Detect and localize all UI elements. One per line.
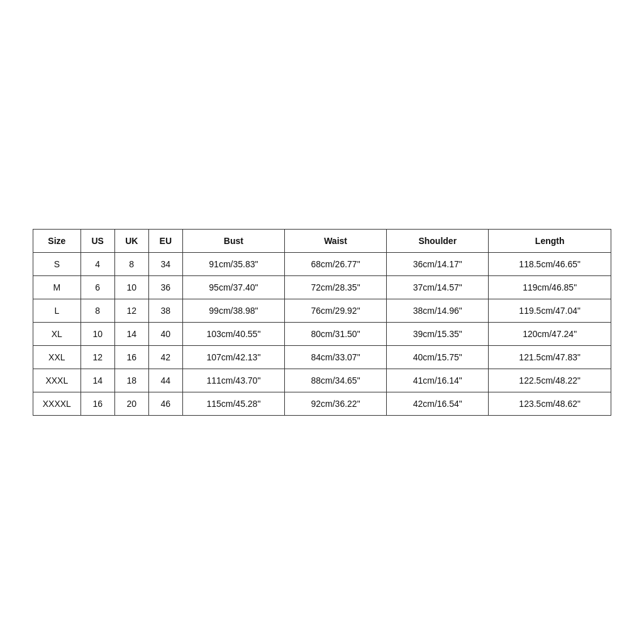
header-us: US — [80, 229, 114, 252]
table-row: L8123899cm/38.98"76cm/29.92"38cm/14.96"1… — [33, 299, 611, 322]
table-cell: 95cm/37.40" — [182, 275, 284, 299]
table-cell: 8 — [114, 252, 148, 275]
table-cell: 123.5cm/48.62" — [489, 392, 611, 415]
table-row: XXXL141844111cm/43.70"88cm/34.65"41cm/16… — [33, 369, 611, 392]
table-cell: XL — [33, 322, 81, 345]
table-cell: 76cm/29.92" — [284, 299, 386, 322]
table-cell: 40cm/15.75" — [387, 345, 489, 369]
table-row: S483491cm/35.83"68cm/26.77"36cm/14.17"11… — [33, 252, 611, 275]
table-cell: 38cm/14.96" — [387, 299, 489, 322]
table-cell: 37cm/14.57" — [387, 275, 489, 299]
table-cell: 72cm/28.35" — [284, 275, 386, 299]
table-cell: 46 — [148, 392, 182, 415]
table-cell: 12 — [80, 345, 114, 369]
table-cell: 111cm/43.70" — [182, 369, 284, 392]
table-cell: 122.5cm/48.22" — [489, 369, 611, 392]
table-cell: 12 — [114, 299, 148, 322]
table-cell: 8 — [80, 299, 114, 322]
table-header-row: Size US UK EU Bust Waist Shoulder Length — [33, 229, 611, 252]
table-cell: 16 — [114, 345, 148, 369]
table-cell: XXXXL — [33, 392, 81, 415]
table-cell: 34 — [148, 252, 182, 275]
table-cell: 115cm/45.28" — [182, 392, 284, 415]
table-cell: 99cm/38.98" — [182, 299, 284, 322]
table-cell: 6 — [80, 275, 114, 299]
table-cell: 120cm/47.24" — [489, 322, 611, 345]
table-cell: 10 — [80, 322, 114, 345]
table-cell: XXL — [33, 345, 81, 369]
table-cell: L — [33, 299, 81, 322]
table-cell: 91cm/35.83" — [182, 252, 284, 275]
table-row: M6103695cm/37.40"72cm/28.35"37cm/14.57"1… — [33, 275, 611, 299]
table-cell: S — [33, 252, 81, 275]
table-cell: 38 — [148, 299, 182, 322]
table-cell: 14 — [114, 322, 148, 345]
table-row: XXXXL162046115cm/45.28"92cm/36.22"42cm/1… — [33, 392, 611, 415]
header-shoulder: Shoulder — [387, 229, 489, 252]
table-cell: 103cm/40.55" — [182, 322, 284, 345]
header-size: Size — [33, 229, 81, 252]
size-chart-table: Size US UK EU Bust Waist Shoulder Length… — [33, 229, 611, 416]
table-row: XL101440103cm/40.55"80cm/31.50"39cm/15.3… — [33, 322, 611, 345]
table-row: XXL121642107cm/42.13"84cm/33.07"40cm/15.… — [33, 345, 611, 369]
header-uk: UK — [114, 229, 148, 252]
table-cell: 36 — [148, 275, 182, 299]
table-cell: 14 — [80, 369, 114, 392]
table-cell: 92cm/36.22" — [284, 392, 386, 415]
table-cell: 18 — [114, 369, 148, 392]
header-length: Length — [489, 229, 611, 252]
table-cell: 42cm/16.54" — [387, 392, 489, 415]
table-cell: 41cm/16.14" — [387, 369, 489, 392]
table-cell: 44 — [148, 369, 182, 392]
table-cell: 16 — [80, 392, 114, 415]
table-cell: 107cm/42.13" — [182, 345, 284, 369]
header-bust: Bust — [182, 229, 284, 252]
table-cell: 20 — [114, 392, 148, 415]
header-waist: Waist — [284, 229, 386, 252]
table-cell: M — [33, 275, 81, 299]
table-cell: 68cm/26.77" — [284, 252, 386, 275]
table-cell: 39cm/15.35" — [387, 322, 489, 345]
table-cell: 88cm/34.65" — [284, 369, 386, 392]
header-eu: EU — [148, 229, 182, 252]
table-cell: 40 — [148, 322, 182, 345]
table-cell: 118.5cm/46.65" — [489, 252, 611, 275]
size-chart-container: Size US UK EU Bust Waist Shoulder Length… — [33, 229, 611, 416]
table-cell: 36cm/14.17" — [387, 252, 489, 275]
table-cell: 42 — [148, 345, 182, 369]
table-cell: 121.5cm/47.83" — [489, 345, 611, 369]
table-cell: 4 — [80, 252, 114, 275]
table-cell: 84cm/33.07" — [284, 345, 386, 369]
table-cell: 10 — [114, 275, 148, 299]
table-cell: 80cm/31.50" — [284, 322, 386, 345]
table-cell: XXXL — [33, 369, 81, 392]
table-cell: 119cm/46.85" — [489, 275, 611, 299]
table-cell: 119.5cm/47.04" — [489, 299, 611, 322]
